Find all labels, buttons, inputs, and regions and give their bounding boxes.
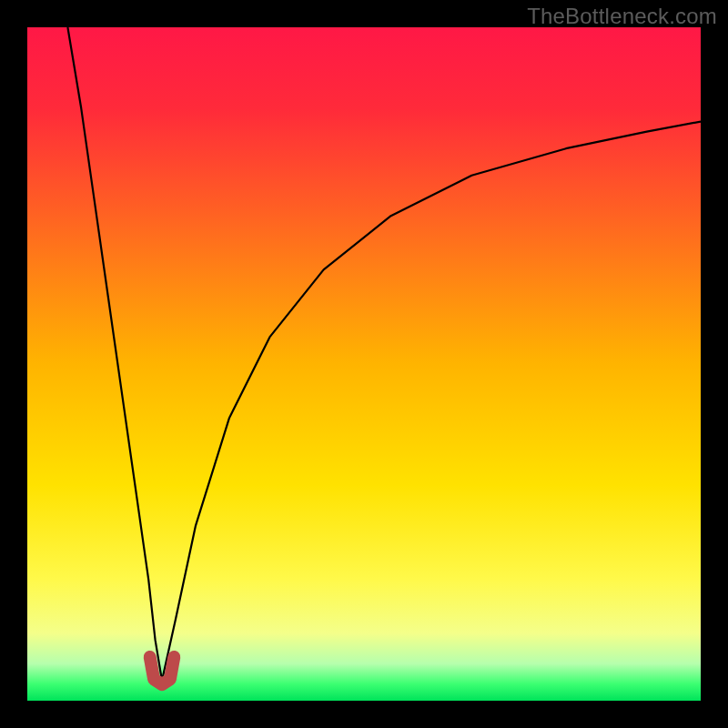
outer-frame: TheBottleneck.com	[0, 0, 728, 728]
plot-area	[27, 27, 701, 701]
watermark-text: TheBottleneck.com	[527, 4, 717, 29]
chart-svg	[27, 27, 701, 701]
gradient-background	[27, 27, 701, 701]
